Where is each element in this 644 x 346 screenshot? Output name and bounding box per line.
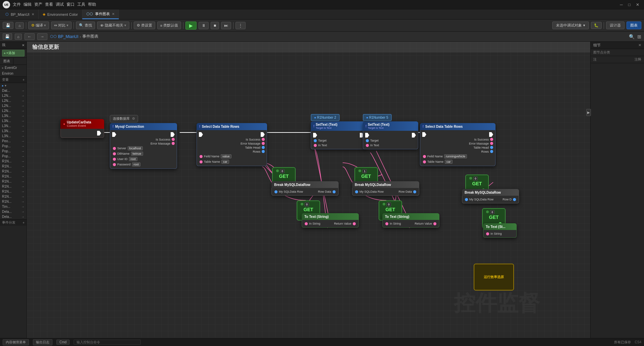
breadcrumb-root[interactable]: BP_MianUI xyxy=(58,34,79,39)
node-set-text-2[interactable]: f SetText (Text) Target is Text Target xyxy=(363,121,418,149)
node-to-text-2[interactable]: To Text (String) In String Return Value xyxy=(382,213,439,228)
save-btn-2[interactable]: 💾 xyxy=(3,33,12,40)
blueprint-canvas[interactable]: 输信息更新 xyxy=(27,42,590,338)
add-event-icon[interactable]: + xyxy=(23,221,25,225)
node-break-mysql-row-3[interactable]: Break MySQLDataRow My SQLData Row Row D xyxy=(462,189,519,203)
get-5-label: GET xyxy=(386,207,395,212)
var-r1n8[interactable]: R1N...→ xyxy=(0,194,27,199)
var-pop1[interactable]: Pop...→ xyxy=(0,144,27,149)
node-select-data-table-2[interactable]: f Select Data Table Rows Is Success Erro… xyxy=(420,123,496,166)
var-r1n2[interactable]: R1N...→ xyxy=(0,164,27,169)
cmd-btn[interactable]: Cmd xyxy=(56,340,70,345)
search-btn[interactable]: 🔍 xyxy=(629,34,635,39)
play-button[interactable]: ▶ xyxy=(185,22,197,30)
var-l3n5[interactable]: L3N...→ xyxy=(0,133,27,139)
var-l3n2[interactable]: L3N...→ xyxy=(0,118,27,123)
var-l2n3[interactable]: L2N...→ xyxy=(0,103,27,108)
var-l3n1[interactable]: L3N...→ xyxy=(0,113,27,118)
error-msg-label: Error Massage xyxy=(151,142,170,145)
var-r1n4[interactable]: R1N...→ xyxy=(0,174,27,179)
var-l3n3[interactable]: L3N...→ xyxy=(0,123,27,128)
home-button[interactable]: ⌂ xyxy=(15,22,24,29)
left-panel-environ[interactable]: Environ xyxy=(0,71,27,76)
collapse-vars[interactable]: ▸ ▾ xyxy=(0,83,27,88)
menu-item-file[interactable]: 文件 xyxy=(13,2,21,7)
tab-event-graph[interactable]: ⬡⬡ 事件图表 ✕ xyxy=(82,9,119,19)
home-btn-2[interactable]: ⌂ xyxy=(15,34,22,40)
add-var-icon[interactable]: + xyxy=(23,78,25,82)
graphs-tab[interactable]: 图表 xyxy=(0,58,13,65)
var-l2n2[interactable]: L2N...→ xyxy=(0,98,27,103)
var-tim[interactable]: Tim...→ xyxy=(0,204,27,209)
var-pop3[interactable]: Pop...→ xyxy=(0,154,27,159)
close-icon-2[interactable]: ✕ xyxy=(112,12,115,16)
var-date[interactable]: Dat... → xyxy=(0,88,27,93)
node-set-text-1[interactable]: f SetText (Text) Target is Text Target xyxy=(311,121,366,149)
pause-button[interactable]: ⏸ xyxy=(199,22,209,29)
output-log-btn[interactable]: 输出日志 xyxy=(33,339,52,345)
var-l3n4[interactable]: L3N...→ xyxy=(0,128,27,133)
var-l2n4[interactable]: L2N...→ xyxy=(0,108,27,113)
hide-unrelated-button[interactable]: 👁 隐藏不相关 ▾ xyxy=(97,22,129,29)
graph-button[interactable]: 图表 xyxy=(627,22,641,29)
node-r1number5[interactable]: ● R1Number 5 xyxy=(363,114,392,121)
close-panel-icon[interactable]: ✕ xyxy=(22,43,25,47)
var-r1n7[interactable]: R1N...→ xyxy=(0,189,27,194)
menu-item-asset[interactable]: 资产 xyxy=(34,2,42,7)
debug-icon-btn[interactable]: 🐛 xyxy=(591,22,602,29)
menu-item-edit[interactable]: 编辑 xyxy=(24,2,32,7)
node-to-text-3[interactable]: To Text (St... In String xyxy=(483,223,517,238)
node-runtime-efficiency[interactable]: 运行效率选原 xyxy=(474,264,514,291)
var-pop2[interactable]: Pop...→ xyxy=(0,149,27,154)
diff-button[interactable]: ⇔ 对比 ▾ xyxy=(51,22,72,29)
var-r1n3[interactable]: R1N...→ xyxy=(0,169,27,174)
close-right-panel[interactable]: ✕ xyxy=(638,43,641,47)
node-break-mysql-row-2[interactable]: Break MySQLDataRow My SQLData Row Row Da… xyxy=(352,181,419,196)
var-r1n9[interactable]: R1N...→ xyxy=(0,199,27,204)
save-icon: 💾 xyxy=(6,23,10,28)
class-defaults-button[interactable]: ≡ 类默认值 xyxy=(157,22,181,29)
tab-environment-color[interactable]: ◈ Environment Color xyxy=(39,9,82,19)
node-to-text-1[interactable]: To Text (String) In String Return Value xyxy=(302,213,359,228)
stop-button[interactable]: ■ xyxy=(211,22,219,29)
menu-item-tools[interactable]: 工具 xyxy=(77,2,85,7)
var-peo[interactable]: Peo...→ xyxy=(0,139,27,144)
grid-view-btn[interactable]: ⊞ xyxy=(637,34,641,39)
var-l2n1[interactable]: L2N...→ xyxy=(0,93,27,98)
class-settings-button[interactable]: ⚙ 类设置 xyxy=(134,22,155,29)
designer-button[interactable]: 设计器 xyxy=(606,22,625,29)
right-panel-arrow[interactable]: ▶ xyxy=(586,109,591,116)
var-r1n6[interactable]: R1N...→ xyxy=(0,184,27,189)
window-close[interactable]: ✕ xyxy=(634,2,641,7)
left-panel-eventgr[interactable]: ▸ EventGr xyxy=(0,65,27,71)
cmd-input[interactable] xyxy=(74,340,141,345)
debug-select[interactable]: 未选中调试对象 ▾ xyxy=(552,22,589,29)
node-update-car-data[interactable]: ● UpdateCarData Custom Event xyxy=(60,119,104,138)
frame-button[interactable]: ⏭ xyxy=(221,22,231,29)
more-button[interactable]: ⋮ xyxy=(235,22,246,29)
forward-button[interactable]: → xyxy=(37,33,47,40)
back-button[interactable]: ← xyxy=(25,33,35,40)
close-icon[interactable]: ✕ xyxy=(32,12,34,16)
var-r1n5[interactable]: R1N...→ xyxy=(0,179,27,184)
var-dela2[interactable]: Dela...→ xyxy=(0,214,27,219)
menu-item-window[interactable]: 窗口 xyxy=(67,2,75,7)
var-r1n1[interactable]: R1N...→ xyxy=(0,159,27,164)
tab-bp-mianui[interactable]: ⬡ BP_MianUI ✕ xyxy=(1,9,39,19)
find-button[interactable]: 🔍 查找 xyxy=(76,22,95,29)
node-select-data-table-1[interactable]: f Select Data Table Rows Is Success Erro… xyxy=(197,123,267,166)
var-dela1[interactable]: Dela...→ xyxy=(0,209,27,214)
window-maximize[interactable]: □ xyxy=(626,2,633,7)
menu-item-debug[interactable]: 调试 xyxy=(56,2,64,7)
compile-button[interactable]: ⚙ 编译 ▾ xyxy=(28,22,49,29)
add-button[interactable]: + +添加 xyxy=(2,50,25,56)
content-browser-btn[interactable]: 内容侧滑菜单 xyxy=(3,339,29,345)
save-button[interactable]: 💾 xyxy=(3,22,13,29)
event-graph-tab[interactable] xyxy=(13,58,27,65)
node-mysql-connection[interactable]: f Mysql Connection Is Success Error Mass… xyxy=(110,123,177,169)
node-r1number2[interactable]: ● R1Number 2 xyxy=(311,114,340,121)
node-break-mysql-row-1[interactable]: Break MySQLDataRow My SQLData Row Row Da… xyxy=(271,181,339,196)
window-minimize[interactable]: ─ xyxy=(618,2,625,7)
menu-item-help[interactable]: 帮助 xyxy=(88,2,96,7)
menu-item-view[interactable]: 查看 xyxy=(45,2,53,7)
